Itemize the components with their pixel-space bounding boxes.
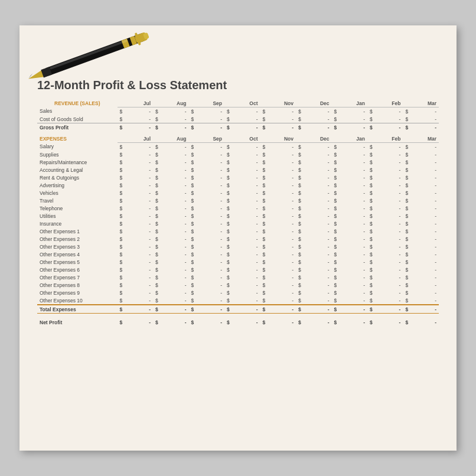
expense-label-3: Accounting & Legal	[37, 166, 118, 174]
cogs-row: Cost of Goods Sold $- $- $- $- $- $- $- …	[37, 115, 439, 123]
expense-row-18: Other Expenses 8$-$-$-$-$-$-$-$-$-	[37, 281, 439, 289]
month-header-jan: Jan	[331, 99, 367, 107]
sales-jul: $-	[118, 107, 153, 116]
expense-label-5: Advertising	[37, 181, 118, 189]
revenue-section-header: REVENUE (SALES)	[37, 99, 118, 107]
expense-label-14: Other Expenses 4	[37, 250, 118, 258]
expense-row-11: Other Expenses 1$-$-$-$-$-$-$-$-$-	[37, 227, 439, 235]
gross-profit-row: Gross Profit $- $- $- $- $- $- $- $- $-	[37, 123, 439, 132]
expense-label-1: Supplies	[37, 151, 118, 158]
sales-aug: $-	[153, 107, 188, 116]
expense-row-10: Insurance$-$-$-$-$-$-$-$-$-	[37, 220, 439, 227]
exp-month-mar: Mar	[403, 135, 439, 143]
expense-label-10: Insurance	[37, 220, 118, 227]
expense-label-20: Other Expenses 10	[37, 296, 118, 305]
expense-label-12: Other Expenses 2	[37, 235, 118, 243]
total-expenses-label: Total Expenses	[37, 305, 118, 314]
sales-jan: $-	[331, 107, 367, 116]
cogs-label: Cost of Goods Sold	[37, 115, 118, 123]
month-header-dec: Dec	[296, 99, 331, 107]
spreadsheet-table: REVENUE (SALES) Jul Aug Sep Oct Nov Dec …	[37, 99, 439, 326]
exp-month-jan: Jan	[331, 135, 367, 143]
exp-month-jul: Jul	[118, 135, 153, 143]
exp-month-sep: Sep	[189, 135, 224, 143]
expense-row-0: Salary$-$-$-$-$-$-$-$-$-	[37, 143, 439, 151]
month-header-sep: Sep	[189, 99, 224, 107]
month-header-feb: Feb	[367, 99, 403, 107]
expense-row-5: Advertising$-$-$-$-$-$-$-$-$-	[37, 181, 439, 189]
expense-row-4: Rent & Outgoings$-$-$-$-$-$-$-$-$-	[37, 174, 439, 181]
expense-row-6: Vehicles$-$-$-$-$-$-$-$-$-	[37, 189, 439, 197]
sales-dec: $-	[296, 107, 331, 116]
sales-mar: $-	[403, 107, 439, 116]
exp-month-feb: Feb	[367, 135, 403, 143]
expense-row-13: Other Expenses 3$-$-$-$-$-$-$-$-$-	[37, 243, 439, 250]
sales-nov: $-	[260, 107, 296, 116]
expense-row-9: Utilities$-$-$-$-$-$-$-$-$-	[37, 212, 439, 220]
gross-profit-label: Gross Profit	[37, 123, 118, 132]
expense-label-19: Other Expenses 9	[37, 289, 118, 296]
expense-label-8: Telephone	[37, 204, 118, 212]
sales-label: Sales	[37, 107, 118, 116]
sales-oct: $-	[224, 107, 260, 116]
expense-label-13: Other Expenses 3	[37, 243, 118, 250]
month-header-mar: Mar	[403, 99, 439, 107]
expenses-section-header: EXPENSES	[37, 135, 118, 143]
expense-label-9: Utilities	[37, 212, 118, 220]
sales-feb: $-	[367, 107, 403, 116]
svg-rect-9	[50, 39, 128, 70]
month-header-oct: Oct	[224, 99, 260, 107]
net-profit-row: Net Profit $- $- $- $- $- $- $- $- $-	[37, 317, 439, 327]
sales-row: Sales $- $- $- $- $- $- $- $- $-	[37, 107, 439, 116]
expense-row-20: Other Expenses 10$-$-$-$-$-$-$-$-$-	[37, 296, 439, 305]
expense-label-0: Salary	[37, 143, 118, 151]
expense-label-16: Other Expenses 6	[37, 266, 118, 273]
expense-label-7: Travel	[37, 197, 118, 204]
pen-decoration	[19, 25, 185, 96]
expense-row-2: Repairs/Maintenance$-$-$-$-$-$-$-$-$-	[37, 158, 439, 166]
expense-row-1: Supplies$-$-$-$-$-$-$-$-$-	[37, 151, 439, 158]
expense-label-4: Rent & Outgoings	[37, 174, 118, 181]
exp-month-nov: Nov	[260, 135, 296, 143]
month-header-jul: Jul	[118, 99, 153, 107]
expense-row-14: Other Expenses 4$-$-$-$-$-$-$-$-$-	[37, 250, 439, 258]
page-wrapper: 12-Month Profit & Loss Statement REVENUE…	[19, 25, 457, 451]
expense-row-3: Accounting & Legal$-$-$-$-$-$-$-$-$-	[37, 166, 439, 174]
sales-sep: $-	[189, 107, 224, 116]
exp-month-aug: Aug	[153, 135, 188, 143]
expense-row-15: Other Expenses 5$-$-$-$-$-$-$-$-$-	[37, 258, 439, 266]
expense-row-8: Telephone$-$-$-$-$-$-$-$-$-	[37, 204, 439, 212]
expense-label-18: Other Expenses 8	[37, 281, 118, 289]
expense-label-6: Vehicles	[37, 189, 118, 197]
expense-row-7: Travel$-$-$-$-$-$-$-$-$-	[37, 197, 439, 204]
expense-row-16: Other Expenses 6$-$-$-$-$-$-$-$-$-	[37, 266, 439, 273]
expense-row-12: Other Expenses 2$-$-$-$-$-$-$-$-$-	[37, 235, 439, 243]
expense-label-2: Repairs/Maintenance	[37, 158, 118, 166]
total-expenses-row: Total Expenses $- $- $- $- $- $- $- $- $…	[37, 305, 439, 314]
exp-month-oct: Oct	[224, 135, 260, 143]
expense-label-15: Other Expenses 5	[37, 258, 118, 266]
expense-row-19: Other Expenses 9$-$-$-$-$-$-$-$-$-	[37, 289, 439, 296]
expenses-header-row: EXPENSES Jul Aug Sep Oct Nov Dec Jan Feb…	[37, 135, 439, 143]
expense-label-11: Other Expenses 1	[37, 227, 118, 235]
net-profit-label: Net Profit	[37, 317, 118, 327]
month-header-aug: Aug	[153, 99, 188, 107]
exp-month-dec: Dec	[296, 135, 331, 143]
month-header-nov: Nov	[260, 99, 296, 107]
expense-label-17: Other Expenses 7	[37, 273, 118, 281]
expense-row-17: Other Expenses 7$-$-$-$-$-$-$-$-$-	[37, 273, 439, 281]
